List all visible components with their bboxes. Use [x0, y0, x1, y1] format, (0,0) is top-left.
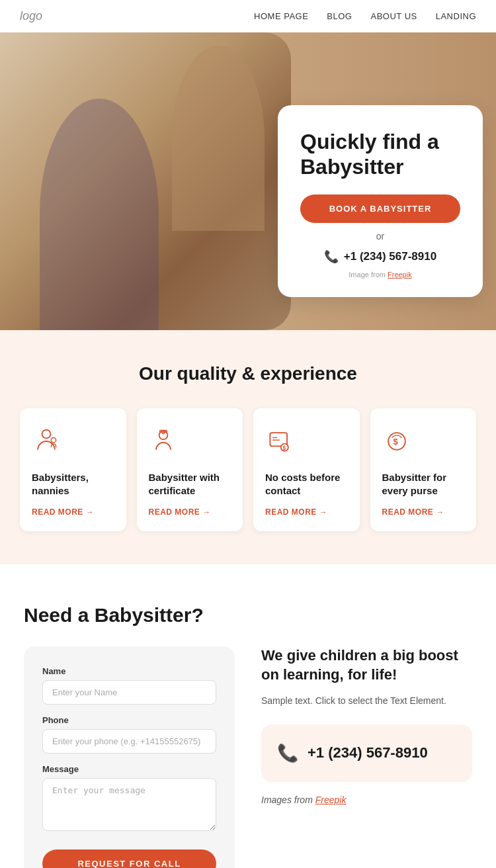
svg-text:$: $	[393, 437, 397, 447]
message-label: Message	[42, 764, 216, 774]
images-credit: Images from Freepik	[261, 793, 472, 807]
nav-about[interactable]: ABOUT US	[370, 11, 417, 21]
form-right: We give children a big boost on learning…	[261, 646, 472, 823]
hero-image-area	[0, 32, 291, 330]
read-more-certificate[interactable]: READ MORE →	[149, 507, 231, 517]
form-content: Name Phone Message REQUEST FOR CALL We g…	[24, 646, 472, 868]
hero-section: Quickly find a Babysitter BOOK A BABYSIT…	[0, 32, 496, 330]
quality-section: Our quality & experience Babysitters, na…	[0, 330, 496, 564]
feature-card-babysitters: Babysitters, nannies READ MORE →	[20, 408, 126, 531]
no-costs-icon: $	[265, 427, 348, 462]
hero-phone-row: 📞 +1 (234) 567-8910	[300, 249, 460, 264]
message-group: Message	[42, 764, 216, 834]
phone-icon: 📞	[324, 249, 339, 264]
nav-links: HOME PAGE BLOG ABOUT US LANDING	[254, 11, 476, 21]
name-group: Name	[42, 666, 216, 705]
phone-label: Phone	[42, 715, 216, 725]
babysitter-certificate-icon	[149, 427, 231, 462]
read-more-no-costs[interactable]: READ MORE →	[265, 507, 348, 517]
form-right-heading: We give children a big boost on learning…	[261, 646, 472, 684]
navbar: logo HOME PAGE BLOG ABOUT US LANDING	[0, 0, 496, 32]
freepik-link-2[interactable]: Freepik	[315, 795, 347, 805]
form-right-body: Sample text. Click to select the Text El…	[261, 693, 472, 708]
feature-card-purse: $ Babysitter for every purse READ MORE →	[370, 408, 477, 531]
card-title-no-costs: No costs before contact	[265, 471, 348, 497]
feature-card-certificate: Babysitter with certificate READ MORE →	[137, 408, 243, 531]
hero-title: Quickly find a Babysitter	[300, 129, 460, 180]
svg-text:$: $	[283, 445, 286, 451]
svg-point-1	[51, 438, 56, 443]
hero-phone-number: +1 (234) 567-8910	[344, 250, 436, 263]
freepik-link[interactable]: Freepik	[388, 271, 412, 279]
card-title-certificate: Babysitter with certificate	[149, 471, 231, 497]
form-section-title: Need a Babysitter?	[24, 604, 472, 627]
nav-home[interactable]: HOME PAGE	[254, 11, 308, 21]
read-more-babysitters[interactable]: READ MORE →	[32, 507, 114, 517]
request-call-button[interactable]: REQUEST FOR CALL	[42, 849, 216, 868]
form-left: Name Phone Message REQUEST FOR CALL	[24, 646, 235, 868]
babysitter-nannies-icon	[32, 427, 114, 462]
card-title-purse: Babysitter for every purse	[382, 471, 465, 497]
svg-point-0	[42, 430, 51, 439]
feature-card-no-costs: $ No costs before contact READ MORE →	[253, 408, 360, 531]
name-input[interactable]	[42, 680, 216, 705]
form-section: Need a Babysitter? Name Phone Message RE…	[0, 564, 496, 868]
feature-cards-grid: Babysitters, nannies READ MORE → Babysit…	[20, 408, 476, 531]
book-babysitter-button[interactable]: BOOK A BABYSITTER	[300, 195, 460, 223]
babysitter-purse-icon: $	[382, 427, 465, 462]
phone-input[interactable]	[42, 729, 216, 754]
message-textarea[interactable]	[42, 778, 216, 831]
nav-landing[interactable]: LANDING	[436, 11, 476, 21]
hero-card: Quickly find a Babysitter BOOK A BABYSIT…	[278, 105, 483, 297]
read-more-purse[interactable]: READ MORE →	[382, 507, 465, 517]
card-title-babysitters: Babysitters, nannies	[32, 471, 114, 497]
nav-blog[interactable]: BLOG	[327, 11, 352, 21]
logo: logo	[20, 9, 42, 23]
quality-title: Our quality & experience	[20, 363, 476, 384]
phone-card-icon: 📞	[277, 743, 298, 763]
or-divider: or	[300, 231, 460, 241]
hero-image-credit: Image from Freepik	[300, 271, 460, 279]
phone-card: 📞 +1 (234) 567-8910	[261, 724, 472, 782]
phone-card-number: +1 (234) 567-8910	[308, 744, 428, 761]
contact-form-box: Name Phone Message REQUEST FOR CALL	[24, 646, 235, 868]
phone-group: Phone	[42, 715, 216, 754]
name-label: Name	[42, 666, 216, 676]
